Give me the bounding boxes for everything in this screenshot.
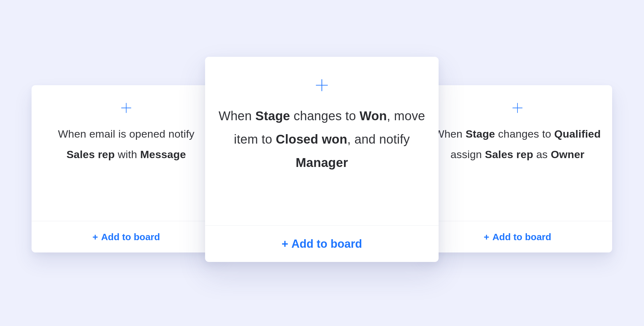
plain-text: When email is opened notify (58, 128, 195, 140)
automation-card-left: When email is opened notify Sales rep wi… (32, 85, 221, 252)
automation-description: When Stage changes to Won, move item to … (205, 104, 439, 225)
emphasis-text: Manager (296, 156, 348, 169)
plus-icon (511, 102, 524, 114)
add-to-board-button[interactable]: + Add to board (423, 221, 612, 252)
plus-prefix: + (92, 232, 98, 242)
add-to-board-button[interactable]: + Add to board (32, 221, 221, 252)
automation-card-right: When Stage changes to Qualified assign S… (423, 85, 612, 252)
plain-text: changes to (495, 128, 554, 140)
card-plus-area[interactable] (205, 57, 439, 104)
emphasis-text: Won (360, 109, 387, 123)
plus-icon (120, 102, 133, 114)
add-to-board-button[interactable]: + Add to board (205, 225, 439, 262)
emphasis-text: Message (140, 148, 186, 160)
automation-description: When email is opened notify Sales rep wi… (32, 124, 221, 221)
card-plus-area[interactable] (423, 85, 612, 124)
automation-description: When Stage changes to Qualified assign S… (423, 124, 612, 221)
plain-text: changes to (290, 109, 359, 123)
add-to-board-label: Add to board (492, 232, 551, 242)
add-to-board-label: Add to board (292, 237, 362, 251)
plain-text: as (533, 148, 551, 160)
card-plus-area[interactable] (32, 85, 221, 124)
emphasis-text: Stage (465, 128, 495, 140)
emphasis-text: Sales rep (67, 148, 115, 160)
emphasis-text: Qualified (554, 128, 601, 140)
plain-text: When (219, 109, 256, 123)
plus-prefix: + (282, 237, 288, 251)
plain-text: assign (451, 148, 485, 160)
emphasis-text: Closed won (276, 132, 347, 146)
emphasis-text: Owner (551, 148, 584, 160)
emphasis-text: Sales rep (485, 148, 533, 160)
add-to-board-label: Add to board (101, 232, 160, 242)
automation-card-center: When Stage changes to Won, move item to … (205, 57, 439, 262)
plus-icon (314, 78, 329, 93)
plain-text: When (434, 128, 465, 140)
plus-prefix: + (484, 232, 489, 242)
emphasis-text: Stage (255, 109, 290, 123)
automation-cards-stage: When email is opened notify Sales rep wi… (0, 0, 644, 326)
plain-text: , and notify (347, 132, 410, 146)
plain-text: with (115, 148, 140, 160)
